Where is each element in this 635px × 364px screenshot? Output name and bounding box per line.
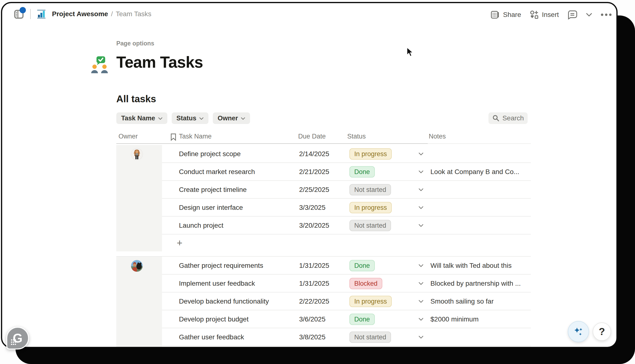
table-row[interactable]: Gather project requirements 1/31/2025 Do… <box>116 257 531 274</box>
status-badge[interactable]: Not started <box>349 332 391 343</box>
task-name[interactable]: Implement user feedback <box>179 280 255 288</box>
chevron-down-icon[interactable] <box>419 318 423 321</box>
status-badge[interactable]: Blocked <box>349 278 382 289</box>
note-text[interactable]: $2000 minimum <box>430 316 478 323</box>
add-row-button[interactable]: + <box>177 234 194 251</box>
table-row[interactable]: Define project scope 2/14/2025 In progre… <box>116 145 531 163</box>
status-badge[interactable]: Done <box>349 260 375 272</box>
chevron-down-icon[interactable] <box>419 224 423 227</box>
sidebar-toggle-button[interactable] <box>14 8 25 20</box>
filter-status[interactable]: Status <box>172 112 209 124</box>
topbar-left: Project Awesome / Team Tasks <box>14 8 151 20</box>
column-notes[interactable]: Notes <box>429 133 446 140</box>
chevron-down-icon[interactable] <box>419 188 423 191</box>
status-badge[interactable]: Not started <box>349 220 391 231</box>
chevron-down-icon[interactable] <box>419 264 423 267</box>
column-due[interactable]: Due Date <box>298 133 326 140</box>
task-name[interactable]: Develop project budget <box>179 316 249 323</box>
due-date[interactable]: 2/14/2025 <box>299 150 329 158</box>
breadcrumb: Project Awesome / Team Tasks <box>52 10 151 18</box>
bookmark-icon <box>170 133 177 141</box>
chevron-down-icon[interactable] <box>419 336 423 338</box>
team-tasks-emoji-icon <box>91 56 109 74</box>
status-badge[interactable]: Not started <box>349 184 391 196</box>
task-name[interactable]: Launch project <box>179 222 223 229</box>
status-badge[interactable]: In progress <box>349 148 392 160</box>
filter-task-name[interactable]: Task Name <box>116 112 167 124</box>
due-date[interactable]: 2/25/2025 <box>299 186 329 194</box>
search-button[interactable]: Search <box>488 112 528 124</box>
task-name[interactable]: Gather project requirements <box>179 262 263 270</box>
task-name[interactable]: Design user interface <box>179 204 243 212</box>
comment-bubble-icon <box>567 10 578 20</box>
task-name[interactable]: Develop backend functionality <box>179 298 269 305</box>
breadcrumb-separator: / <box>111 10 113 18</box>
due-date[interactable]: 2/21/2025 <box>299 168 329 176</box>
due-date[interactable]: 3/8/2025 <box>299 333 325 341</box>
owner-group: Define project scope 2/14/2025 In progre… <box>116 145 531 251</box>
status-badge[interactable]: In progress <box>349 202 392 214</box>
chevron-down-icon <box>241 117 245 120</box>
drag-dots-icon <box>11 339 16 346</box>
table-row[interactable]: Gather user feedback 3/8/2025 Not starte… <box>116 328 531 346</box>
due-date[interactable]: 1/31/2025 <box>299 262 329 270</box>
chevron-down-icon[interactable] <box>419 206 423 209</box>
table-row[interactable]: Develop backend functionality 2/22/2025 … <box>116 292 531 310</box>
due-date[interactable]: 3/6/2025 <box>299 316 325 323</box>
more-options-button[interactable] <box>600 13 612 16</box>
table-row[interactable]: Design user interface 3/3/2025 In progre… <box>116 199 531 216</box>
grammarly-button[interactable]: G <box>6 327 29 350</box>
chevron-down-icon[interactable] <box>419 282 423 285</box>
comments-button[interactable] <box>567 10 578 20</box>
filter-label: Owner <box>218 114 238 122</box>
chevron-down-icon[interactable] <box>419 152 423 156</box>
note-text[interactable]: Smooth sailing so far <box>430 298 493 305</box>
status-badge[interactable]: Done <box>349 166 375 178</box>
owner-group: Gather project requirements 1/31/2025 Do… <box>116 256 531 348</box>
status-badge[interactable]: In progress <box>349 296 392 307</box>
column-status[interactable]: Status <box>347 133 366 140</box>
task-name[interactable]: Define project scope <box>179 150 241 158</box>
section-heading[interactable]: All tasks <box>116 94 156 104</box>
comments-expand-button[interactable] <box>586 13 592 17</box>
task-name[interactable]: Gather user feedback <box>179 333 244 341</box>
note-text[interactable]: Look at Company B and Co... <box>430 168 519 176</box>
table-row[interactable]: Create project timeline 2/25/2025 Not st… <box>116 181 531 199</box>
breadcrumb-project[interactable]: Project Awesome <box>52 10 108 18</box>
table-row[interactable]: Implement user feedback 1/31/2025 Blocke… <box>116 274 531 292</box>
filter-label: Status <box>177 114 197 122</box>
page-title[interactable]: Team Tasks <box>116 53 203 71</box>
share-button[interactable]: Share <box>490 10 521 20</box>
ai-assistant-button[interactable] <box>568 321 589 342</box>
help-button[interactable]: ? <box>593 322 611 341</box>
task-name[interactable]: Conduct market research <box>179 168 255 176</box>
chevron-down-icon <box>199 117 204 120</box>
due-date[interactable]: 2/22/2025 <box>299 298 329 305</box>
task-name[interactable]: Create project timeline <box>179 186 247 194</box>
due-date[interactable]: 3/3/2025 <box>299 204 325 212</box>
share-label: Share <box>503 11 521 18</box>
table-row[interactable]: Launch project 3/20/2025 Not started <box>116 216 531 234</box>
note-text[interactable]: Will talk with Ted about this <box>430 262 512 270</box>
status-badge[interactable]: Done <box>349 314 375 325</box>
header-divider-light <box>428 143 531 144</box>
search-icon <box>492 114 500 122</box>
column-task[interactable]: Task Name <box>179 133 212 140</box>
search-label: Search <box>502 114 524 122</box>
chevron-down-icon[interactable] <box>419 170 423 173</box>
table-row[interactable]: Conduct market research 2/21/2025 Done L… <box>116 163 531 181</box>
due-date[interactable]: 1/31/2025 <box>299 280 329 288</box>
table-row[interactable]: Develop project budget 3/6/2025 Done $20… <box>116 310 531 328</box>
chevron-down-icon[interactable] <box>419 300 423 303</box>
page-options-button[interactable]: Page options <box>116 40 154 47</box>
filter-owner[interactable]: Owner <box>213 112 250 124</box>
column-owner[interactable]: Owner <box>119 133 138 140</box>
divider <box>30 9 31 19</box>
mouse-cursor <box>406 47 414 58</box>
note-text[interactable]: Blocked by partnership with ... <box>430 280 521 288</box>
due-date[interactable]: 3/20/2025 <box>299 222 329 229</box>
row-divider <box>162 346 531 346</box>
insert-button[interactable]: Insert <box>529 10 559 20</box>
filter-label: Task Name <box>121 114 155 122</box>
row-divider <box>162 234 531 234</box>
